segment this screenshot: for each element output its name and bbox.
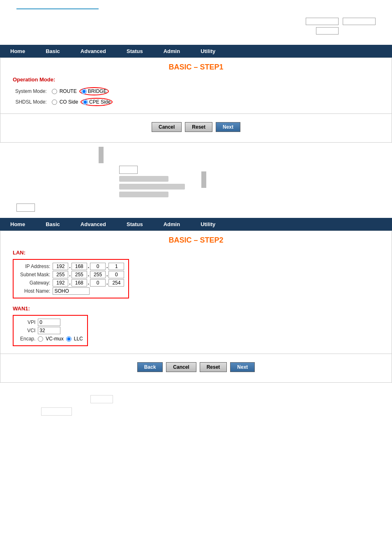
step1-next-btn[interactable]: Next xyxy=(216,122,240,132)
bottom-input-1[interactable] xyxy=(90,395,113,403)
between-icon-2 xyxy=(201,171,206,188)
vcmux-label: VC-mux xyxy=(46,336,63,342)
ip-address-label: IP Address: xyxy=(18,262,53,271)
ip-address-row: IP Address: . . . xyxy=(18,262,124,271)
radio-llc[interactable] xyxy=(66,336,71,342)
bottom-section xyxy=(0,383,392,428)
lan-form: IP Address: . . . Subnet Mask: xyxy=(18,262,124,295)
radio-cpe-side[interactable] xyxy=(83,99,88,105)
cpe-side-highlighted: CPE Side xyxy=(81,98,113,106)
radio-vcmux[interactable] xyxy=(38,336,43,342)
system-mode-options: ROUTE BRIDGE xyxy=(49,86,115,97)
nav-basic-2[interactable]: Basic xyxy=(35,218,70,231)
vpi-label: VPI xyxy=(18,318,38,326)
ip-seg-4[interactable] xyxy=(108,263,124,270)
bridge-highlighted: BRIDGE xyxy=(79,87,109,95)
shdsl-mode-label: SHDSL Mode: xyxy=(13,97,49,107)
vpi-row: VPI xyxy=(18,318,83,326)
llc-label: LLC xyxy=(74,336,83,342)
step1-cancel-btn[interactable]: Cancel xyxy=(152,122,182,132)
vpi-input[interactable] xyxy=(38,319,60,326)
subnet-seg-3[interactable] xyxy=(90,271,106,278)
nav-admin-2[interactable]: Admin xyxy=(153,218,190,231)
step2-back-btn[interactable]: Back xyxy=(137,362,163,372)
step2-reset-btn[interactable]: Reset xyxy=(200,362,227,372)
between-bar-1 xyxy=(119,176,168,182)
nav-home-2[interactable]: Home xyxy=(0,218,35,231)
between-input-1[interactable] xyxy=(119,166,138,174)
radio-co-side[interactable] xyxy=(52,99,57,105)
ip-seg-2[interactable] xyxy=(71,263,87,270)
nav-bar-1: Home Basic Advanced Status Admin Utility xyxy=(0,45,392,58)
ip-seg-1[interactable] xyxy=(53,263,68,270)
between-area-1 xyxy=(0,143,392,201)
encap-label: Encap. xyxy=(18,335,38,343)
top-section xyxy=(0,0,392,45)
system-mode-row: System Mode: ROUTE BRIDGE xyxy=(13,86,115,97)
subnet-mask-label: Subnet Mask: xyxy=(18,271,53,279)
host-name-input[interactable] xyxy=(53,287,90,295)
nav-advanced-1[interactable]: Advanced xyxy=(70,45,116,58)
route-label: ROUTE xyxy=(60,88,77,94)
step2-title: BASIC – STEP2 xyxy=(0,231,392,250)
ip-seg-3[interactable] xyxy=(90,263,106,270)
subnet-mask-inputs: . . . xyxy=(53,271,124,278)
blue-line xyxy=(16,8,99,9)
host-name-row: Host Name: xyxy=(18,287,124,295)
top-input-2[interactable] xyxy=(343,18,376,25)
subnet-seg-2[interactable] xyxy=(71,271,87,278)
vci-input[interactable] xyxy=(38,327,60,334)
step2-next-btn[interactable]: Next xyxy=(230,362,255,372)
gw-seg-1[interactable] xyxy=(53,279,68,287)
mini-box-1 xyxy=(16,204,35,212)
nav-status-1[interactable]: Status xyxy=(116,45,153,58)
radio-route[interactable] xyxy=(52,89,57,94)
wan1-red-box: VPI VCI Encap. VC-mux LLC xyxy=(13,315,88,346)
step1-form: System Mode: ROUTE BRIDGE SHDSL Mode: CO… xyxy=(13,86,115,107)
lan-label: LAN: xyxy=(0,250,392,259)
bridge-label: BRIDGE xyxy=(88,88,107,94)
cpe-side-label: CPE Side xyxy=(89,99,111,105)
co-side-label: CO Side xyxy=(60,99,78,105)
wan1-label: WAN1: xyxy=(0,305,392,315)
radio-bridge[interactable] xyxy=(81,89,87,94)
subnet-seg-4[interactable] xyxy=(108,271,124,278)
step2-cancel-btn[interactable]: Cancel xyxy=(166,362,196,372)
step1-buttons: Cancel Reset Next xyxy=(0,120,392,134)
between-bar-3 xyxy=(119,192,168,197)
subnet-mask-row: Subnet Mask: . . . xyxy=(18,271,124,279)
gateway-row: Gateway: . . . xyxy=(18,279,124,287)
gateway-label: Gateway: xyxy=(18,279,53,287)
between-icon-1 xyxy=(99,147,104,163)
gw-seg-2[interactable] xyxy=(71,279,87,287)
shdsl-mode-options: CO Side CPE Side xyxy=(49,97,115,107)
nav-basic-1[interactable]: Basic xyxy=(35,45,70,58)
nav-home-1[interactable]: Home xyxy=(0,45,35,58)
top-input-3[interactable] xyxy=(316,27,339,35)
gw-seg-3[interactable] xyxy=(90,279,106,287)
step2-buttons: Back Cancel Reset Next xyxy=(0,360,392,374)
top-inputs xyxy=(16,18,376,25)
nav-admin-1[interactable]: Admin xyxy=(153,45,190,58)
host-name-label: Host Name: xyxy=(18,287,53,295)
lan-red-box: IP Address: . . . Subnet Mask: xyxy=(13,259,129,298)
encap-row: Encap. VC-mux LLC xyxy=(18,335,83,343)
gateway-inputs: . . . xyxy=(53,279,124,287)
ip-address-inputs: . . . xyxy=(53,263,124,270)
bottom-input-2[interactable] xyxy=(41,407,72,416)
step2-panel: BASIC – STEP2 LAN: IP Address: . . . xyxy=(0,231,392,383)
between-bar-2 xyxy=(119,184,185,190)
step1-title: BASIC – STEP1 xyxy=(0,58,392,76)
operation-mode-label: Operation Mode: xyxy=(0,76,392,86)
nav-utility-1[interactable]: Utility xyxy=(190,45,226,58)
nav-status-2[interactable]: Status xyxy=(116,218,153,231)
encap-radio-group: VC-mux LLC xyxy=(38,336,83,342)
gw-seg-4[interactable] xyxy=(108,279,124,287)
shdsl-mode-radio-group: CO Side CPE Side xyxy=(52,98,113,106)
subnet-seg-1[interactable] xyxy=(53,271,68,278)
top-input-1[interactable] xyxy=(306,18,339,25)
system-mode-radio-group: ROUTE BRIDGE xyxy=(52,87,113,95)
nav-utility-2[interactable]: Utility xyxy=(190,218,226,231)
nav-advanced-2[interactable]: Advanced xyxy=(70,218,116,231)
step1-reset-btn[interactable]: Reset xyxy=(185,122,212,132)
